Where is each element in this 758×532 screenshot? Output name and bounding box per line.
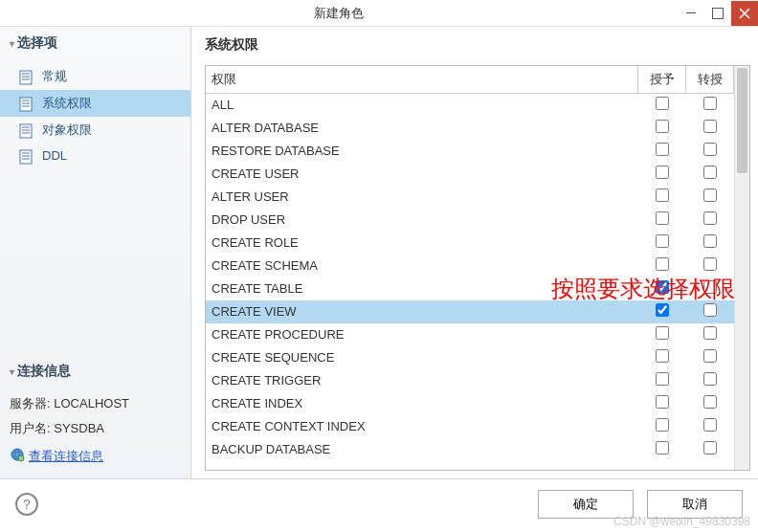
scrollbar-thumb[interactable]	[737, 68, 747, 173]
page-icon	[19, 123, 36, 137]
grant-checkbox[interactable]	[656, 143, 669, 156]
grant-checkbox[interactable]	[656, 372, 669, 386]
transfer-checkbox[interactable]	[703, 97, 717, 110]
table-row[interactable]: BACKUP DATABASE	[206, 438, 734, 461]
table-row[interactable]: RESTORE DATABASE	[206, 140, 734, 163]
transfer-checkbox[interactable]	[703, 441, 717, 454]
permission-name: CREATE PROCEDURE	[206, 323, 638, 346]
table-row[interactable]: CREATE SEQUENCE	[206, 346, 734, 369]
permission-name: ALTER USER	[206, 186, 638, 209]
sidebar-item-0[interactable]: 常规	[0, 63, 190, 90]
svg-rect-12	[20, 150, 32, 164]
user-label: 用户名:	[10, 421, 51, 435]
transfer-checkbox[interactable]	[703, 211, 717, 225]
sidebar-item-label: 常规	[42, 68, 67, 85]
server-label: 服务器:	[10, 396, 51, 410]
ok-button[interactable]: 确定	[538, 490, 634, 519]
server-value: LOCALHOST	[54, 396, 129, 410]
table-row[interactable]: CREATE SCHEMA	[206, 255, 734, 277]
sidebar-item-3[interactable]: DDL	[0, 144, 190, 167]
transfer-checkbox[interactable]	[703, 143, 717, 156]
sidebar: 选择项 常规系统权限对象权限DDL 连接信息 服务器: LOCALHOST 用户…	[0, 27, 191, 478]
grant-checkbox[interactable]	[656, 211, 669, 225]
grant-checkbox[interactable]	[656, 326, 669, 340]
grant-checkbox[interactable]	[656, 234, 669, 248]
sidebar-item-label: DDL	[42, 148, 67, 163]
help-button[interactable]: ?	[15, 493, 38, 516]
permission-name: ALL	[206, 94, 638, 117]
table-row[interactable]: CREATE VIEW	[206, 300, 734, 323]
titlebar: 新建角色	[0, 0, 758, 27]
svg-rect-4	[20, 98, 32, 111]
grant-checkbox[interactable]	[656, 395, 669, 409]
table-row[interactable]: CREATE PROCEDURE	[206, 323, 734, 346]
permission-name: BACKUP DATABASE	[206, 438, 638, 461]
svg-rect-8	[20, 124, 32, 138]
page-icon	[19, 97, 36, 110]
transfer-checkbox[interactable]	[703, 418, 717, 432]
section-connection-header[interactable]: 连接信息	[0, 355, 190, 388]
user-info: 用户名: SYSDBA	[10, 416, 181, 441]
grant-checkbox[interactable]	[656, 188, 669, 202]
table-row[interactable]: ALTER DATABASE	[206, 117, 734, 140]
maximize-button[interactable]	[704, 1, 731, 26]
permissions-table: 权限 授予 转授 ALLALTER DATABASERESTORE DATABA…	[206, 66, 734, 461]
view-connection-label: 查看连接信息	[29, 448, 103, 465]
permission-name: DROP USER	[206, 209, 638, 232]
section-options-header[interactable]: 选择项	[0, 27, 190, 59]
page-icon	[19, 70, 36, 83]
grant-checkbox[interactable]	[656, 257, 669, 271]
grant-checkbox[interactable]	[656, 120, 669, 133]
permission-name: CREATE TRIGGER	[206, 369, 638, 392]
sidebar-item-label: 系统权限	[42, 95, 92, 112]
transfer-checkbox[interactable]	[703, 349, 717, 363]
grant-checkbox[interactable]	[656, 166, 669, 179]
col-transfer[interactable]: 转授	[686, 66, 734, 94]
minimize-button[interactable]	[678, 1, 704, 26]
permission-name: CREATE TABLE	[206, 277, 638, 300]
table-row[interactable]: CREATE INDEX	[206, 392, 734, 415]
col-grant[interactable]: 授予	[638, 66, 686, 94]
transfer-checkbox[interactable]	[703, 234, 717, 248]
transfer-checkbox[interactable]	[703, 188, 717, 202]
transfer-checkbox[interactable]	[703, 280, 717, 294]
grant-checkbox[interactable]	[656, 97, 669, 110]
grant-checkbox[interactable]	[656, 418, 669, 432]
table-row[interactable]: CREATE CONTEXT INDEX	[206, 415, 734, 438]
grant-checkbox[interactable]	[656, 349, 669, 363]
svg-rect-0	[20, 71, 32, 84]
transfer-checkbox[interactable]	[703, 166, 717, 179]
permission-name: CREATE CONTEXT INDEX	[206, 415, 638, 438]
transfer-checkbox[interactable]	[703, 120, 717, 133]
transfer-checkbox[interactable]	[703, 257, 717, 271]
window-title: 新建角色	[0, 5, 678, 22]
grant-checkbox[interactable]	[656, 280, 669, 294]
table-row[interactable]: ALTER USER	[206, 186, 734, 209]
view-connection-link[interactable]: 查看连接信息	[10, 441, 181, 471]
table-row[interactable]: ALL	[206, 94, 734, 117]
table-row[interactable]: CREATE USER	[206, 163, 734, 186]
table-row[interactable]: DROP USER	[206, 209, 734, 232]
transfer-checkbox[interactable]	[703, 395, 717, 409]
permission-name: RESTORE DATABASE	[206, 140, 638, 163]
svg-point-18	[18, 455, 24, 461]
sidebar-item-1[interactable]: 系统权限	[0, 90, 190, 117]
scrollbar[interactable]	[734, 66, 749, 470]
permission-name: CREATE SEQUENCE	[206, 346, 638, 369]
permission-name: CREATE SCHEMA	[206, 255, 638, 277]
close-button[interactable]	[731, 1, 758, 26]
sidebar-item-2[interactable]: 对象权限	[0, 117, 190, 144]
grant-checkbox[interactable]	[656, 441, 669, 454]
col-permission[interactable]: 权限	[206, 66, 638, 94]
transfer-checkbox[interactable]	[703, 372, 717, 386]
transfer-checkbox[interactable]	[703, 326, 717, 340]
grant-checkbox[interactable]	[656, 303, 669, 317]
table-row[interactable]: CREATE ROLE	[206, 232, 734, 255]
transfer-checkbox[interactable]	[703, 303, 717, 317]
cancel-button[interactable]: 取消	[647, 490, 743, 519]
table-row[interactable]: CREATE TABLE	[206, 277, 734, 300]
watermark: CSDN @weixin_49830398	[613, 515, 750, 528]
table-row[interactable]: CREATE TRIGGER	[206, 369, 734, 392]
permission-name: ALTER DATABASE	[206, 117, 638, 140]
permission-name: CREATE VIEW	[206, 300, 638, 323]
